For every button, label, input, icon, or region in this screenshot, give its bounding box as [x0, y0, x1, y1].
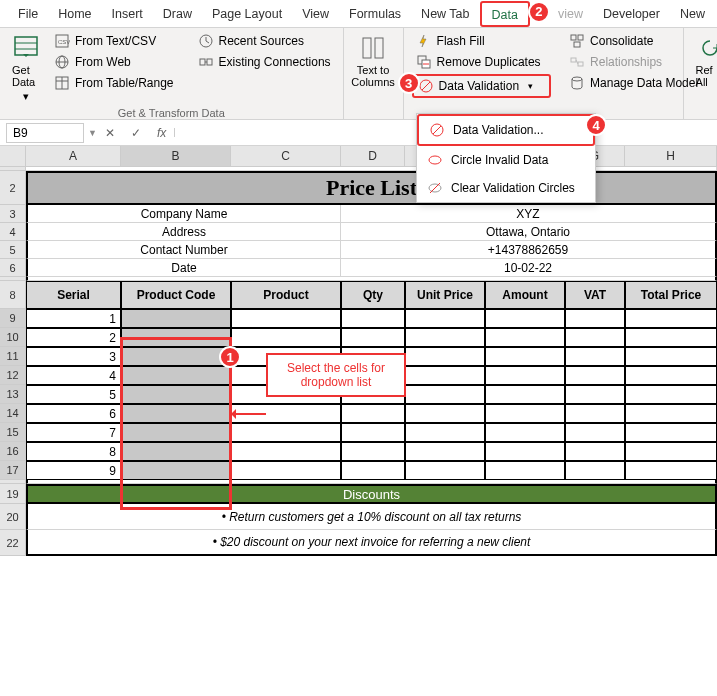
table-row-vat[interactable] [565, 461, 625, 480]
table-row-unit-price[interactable] [405, 385, 485, 404]
tab-file[interactable]: File [8, 2, 48, 26]
col-H[interactable]: H [625, 146, 717, 166]
existing-connections-button[interactable]: Existing Connections [194, 53, 335, 71]
row-6[interactable]: 6 [0, 259, 26, 277]
row-12[interactable]: 12 [0, 366, 26, 385]
tab-formulas[interactable]: Formulas [339, 2, 411, 26]
table-row-vat[interactable] [565, 366, 625, 385]
table-row-vat[interactable] [565, 309, 625, 328]
table-row-amount[interactable] [485, 366, 565, 385]
tab-insert[interactable]: Insert [102, 2, 153, 26]
row-16[interactable]: 16 [0, 442, 26, 461]
table-row-vat[interactable] [565, 404, 625, 423]
row-9[interactable]: 9 [0, 309, 26, 328]
table-row-total-price[interactable] [625, 442, 717, 461]
table-row-total-price[interactable] [625, 461, 717, 480]
consolidate-button[interactable]: Consolidate [565, 32, 702, 50]
clear-validation-circles-item[interactable]: Clear Validation Circles [417, 174, 595, 202]
table-row-amount[interactable] [485, 442, 565, 461]
table-row-serial[interactable]: 8 [26, 442, 121, 461]
fx-label[interactable]: fx [149, 126, 174, 140]
from-text-csv-button[interactable]: CSV From Text/CSV [50, 32, 178, 50]
table-row-amount[interactable] [485, 328, 565, 347]
table-row-vat[interactable] [565, 347, 625, 366]
row-2[interactable]: 2 [0, 171, 26, 205]
row-10[interactable]: 10 [0, 328, 26, 347]
row-20[interactable]: 20 [0, 504, 26, 530]
table-row-product-code[interactable] [121, 423, 231, 442]
table-row-serial[interactable]: 4 [26, 366, 121, 385]
table-row-product-code[interactable] [121, 442, 231, 461]
table-row-total-price[interactable] [625, 404, 717, 423]
table-row-unit-price[interactable] [405, 347, 485, 366]
fb-confirm[interactable]: ✓ [123, 126, 149, 140]
table-row-product[interactable] [231, 328, 341, 347]
table-row-unit-price[interactable] [405, 328, 485, 347]
tab-new-tab[interactable]: New Tab [411, 2, 479, 26]
table-row-product-code[interactable] [121, 347, 231, 366]
tab-data[interactable]: Data 2 [480, 1, 530, 27]
row-3[interactable]: 3 [0, 205, 26, 223]
circle-invalid-data-item[interactable]: Circle Invalid Data [417, 146, 595, 174]
row-4[interactable]: 4 [0, 223, 26, 241]
table-row-amount[interactable] [485, 385, 565, 404]
table-row-amount[interactable] [485, 309, 565, 328]
table-row-product-code[interactable] [121, 404, 231, 423]
table-row-product[interactable] [231, 461, 341, 480]
table-row-product[interactable] [231, 423, 341, 442]
col-A[interactable]: A [26, 146, 121, 166]
row-8[interactable]: 8 [0, 281, 26, 309]
table-row-product[interactable] [231, 309, 341, 328]
manage-data-model-button[interactable]: Manage Data Model [565, 74, 702, 92]
table-row-unit-price[interactable] [405, 366, 485, 385]
table-row-serial[interactable]: 7 [26, 423, 121, 442]
table-row-total-price[interactable] [625, 309, 717, 328]
table-row-total-price[interactable] [625, 366, 717, 385]
table-row-serial[interactable]: 2 [26, 328, 121, 347]
tab-draw[interactable]: Draw [153, 2, 202, 26]
table-row-unit-price[interactable] [405, 461, 485, 480]
tab-view-2[interactable]: view [548, 2, 593, 26]
from-web-button[interactable]: From Web [50, 53, 178, 71]
table-row-vat[interactable] [565, 328, 625, 347]
row-11[interactable]: 11 [0, 347, 26, 366]
table-row-serial[interactable]: 5 [26, 385, 121, 404]
table-row-qty[interactable] [341, 442, 405, 461]
name-box[interactable]: B9 [6, 123, 84, 143]
col-D[interactable]: D [341, 146, 405, 166]
table-row-product-code[interactable] [121, 385, 231, 404]
row-15[interactable]: 15 [0, 423, 26, 442]
table-row-unit-price[interactable] [405, 423, 485, 442]
row-5[interactable]: 5 [0, 241, 26, 259]
tab-developer[interactable]: Developer [593, 2, 670, 26]
table-row-qty[interactable] [341, 461, 405, 480]
table-row-product-code[interactable] [121, 461, 231, 480]
tab-page-layout[interactable]: Page Layout [202, 2, 292, 26]
select-all-corner[interactable] [0, 146, 26, 166]
tab-home[interactable]: Home [48, 2, 101, 26]
table-row-qty[interactable] [341, 328, 405, 347]
data-validation-menu-item[interactable]: Data Validation... 4 [417, 114, 595, 146]
row-19[interactable]: 19 [0, 484, 26, 504]
table-row-vat[interactable] [565, 385, 625, 404]
table-row-qty[interactable] [341, 404, 405, 423]
data-validation-button[interactable]: Data Validation ▾ 3 [412, 74, 552, 98]
table-row-unit-price[interactable] [405, 309, 485, 328]
table-row-unit-price[interactable] [405, 442, 485, 461]
table-row-qty[interactable] [341, 309, 405, 328]
from-table-range-button[interactable]: From Table/Range [50, 74, 178, 92]
table-row-total-price[interactable] [625, 328, 717, 347]
table-row-total-price[interactable] [625, 385, 717, 404]
col-B[interactable]: B [121, 146, 231, 166]
table-row-total-price[interactable] [625, 423, 717, 442]
tab-view[interactable]: View [292, 2, 339, 26]
fb-cancel[interactable]: ✕ [97, 126, 123, 140]
table-row-serial[interactable]: 9 [26, 461, 121, 480]
table-row-product-code[interactable] [121, 328, 231, 347]
recent-sources-button[interactable]: Recent Sources [194, 32, 335, 50]
col-C[interactable]: C [231, 146, 341, 166]
table-row-amount[interactable] [485, 347, 565, 366]
table-row-amount[interactable] [485, 423, 565, 442]
text-to-columns-button[interactable]: Text to Columns [352, 32, 395, 90]
table-row-amount[interactable] [485, 461, 565, 480]
